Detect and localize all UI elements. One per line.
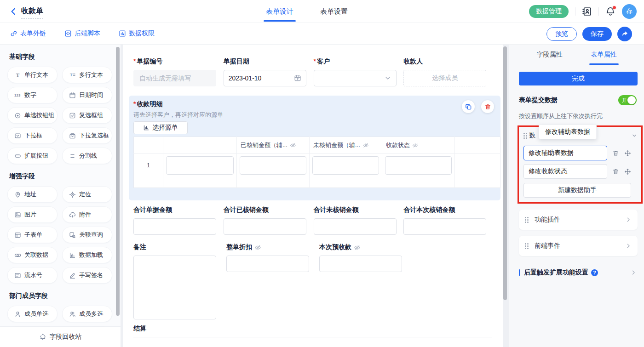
table-cell[interactable]: [237, 154, 310, 188]
field-pill-member-single[interactable]: 成员单选: [7, 306, 58, 322]
field-pill-link-query[interactable]: 关联查询: [62, 227, 112, 243]
cell-input[interactable]: [166, 156, 234, 175]
back-icon[interactable]: [9, 7, 17, 16]
image-icon: [14, 211, 21, 218]
table-cell[interactable]: [382, 154, 455, 188]
tab-form-properties[interactable]: 表单属性: [591, 45, 617, 65]
field-pill-signature[interactable]: 手写签名: [62, 267, 112, 284]
field-pill-image[interactable]: 图片: [7, 206, 58, 223]
canvas-scrollbar[interactable]: [503, 46, 507, 300]
field-pill-subform[interactable]: 子表单: [7, 227, 58, 243]
delete-assistant-icon[interactable]: [612, 168, 619, 175]
total-unsettled-input[interactable]: [314, 218, 397, 235]
field-recycle-bin[interactable]: 字段回收站: [0, 326, 121, 347]
field-settle-divider[interactable]: 结算: [133, 324, 494, 337]
sidebar-scrollbar[interactable]: [116, 47, 120, 316]
customer-select[interactable]: [314, 70, 397, 86]
total-this-settle-input[interactable]: [403, 218, 486, 235]
total-settled-input[interactable]: [224, 218, 306, 235]
move-assistant-icon[interactable]: [624, 168, 631, 175]
field-pill-ext-button[interactable]: 扩展按钮: [7, 148, 58, 164]
post-trigger-settings[interactable]: 后置触发扩展功能设置 ?: [519, 268, 637, 277]
field-pill-single-text[interactable]: T单行文本: [7, 67, 58, 83]
cell-input[interactable]: [312, 156, 379, 175]
field-pill-datetime[interactable]: 日期时间: [62, 87, 112, 103]
drag-handle-icon[interactable]: [525, 243, 526, 249]
prepay-input[interactable]: [319, 256, 402, 272]
field-discount[interactable]: 整单折扣: [226, 243, 319, 319]
field-customer[interactable]: *客户: [314, 57, 404, 86]
submit-data-toggle[interactable]: 开: [618, 95, 637, 105]
col-header-status[interactable]: 收款状态: [382, 137, 455, 154]
field-payee[interactable]: 收款人 选择成员: [403, 57, 494, 86]
assistant-name-input[interactable]: [523, 146, 607, 160]
tab-form-design[interactable]: 表单设计: [266, 0, 293, 23]
table-cell[interactable]: [310, 154, 382, 188]
select-source-button[interactable]: 选择源单: [133, 121, 188, 134]
field-total-settled[interactable]: 合计已核销金额: [224, 206, 314, 235]
duplicate-subform-button[interactable]: [462, 100, 475, 113]
field-pill-data-load[interactable]: 数据加载: [62, 247, 112, 263]
discount-input[interactable]: [226, 256, 309, 272]
move-assistant-icon[interactable]: [624, 150, 631, 157]
total-amount-input[interactable]: [133, 218, 216, 235]
assistant-item: [523, 146, 631, 160]
field-pill-address[interactable]: 地址: [7, 186, 58, 203]
notification-bell-icon[interactable]: [605, 6, 615, 17]
doc-no-input[interactable]: [138, 74, 211, 82]
payee-member-picker[interactable]: 选择成员: [403, 70, 486, 86]
field-pill-attachment[interactable]: 附件: [62, 206, 112, 223]
delete-subform-button[interactable]: [481, 100, 494, 113]
field-pill-member-multi[interactable]: 成员多选: [62, 306, 112, 322]
preview-button[interactable]: 预览: [546, 27, 577, 41]
plugins-card[interactable]: 功能插件: [519, 210, 638, 230]
field-pill-multi-select[interactable]: 下拉复选框: [62, 127, 112, 144]
table-cell[interactable]: [163, 154, 237, 188]
delete-assistant-icon[interactable]: [612, 150, 619, 157]
share-button[interactable]: [617, 27, 632, 41]
remark-textarea[interactable]: [133, 256, 216, 319]
external-link-button[interactable]: 表单外链: [10, 29, 46, 38]
doc-date-input[interactable]: 2023-01-10: [224, 70, 306, 86]
help-question-icon[interactable]: ?: [591, 269, 598, 276]
field-pill-multi-text[interactable]: T多行文本: [62, 67, 112, 83]
tab-form-settings[interactable]: 表单设置: [320, 0, 348, 23]
chevron-down-icon[interactable]: [631, 132, 638, 139]
field-remark[interactable]: 备注: [133, 243, 226, 319]
field-pill-link-data[interactable]: 关联数据: [7, 247, 58, 263]
new-data-assistant-button[interactable]: 新建数据助手: [523, 183, 631, 198]
field-pill-number[interactable]: 123数字: [7, 87, 58, 103]
contacts-book-icon[interactable]: [582, 6, 592, 17]
cell-input[interactable]: [385, 156, 452, 175]
field-pill-location[interactable]: 定位: [62, 186, 112, 203]
field-pill-select[interactable]: 下拉框: [7, 127, 58, 144]
col-header-unsettled[interactable]: 未核销金额（辅...: [310, 137, 382, 154]
field-pill-checkbox-group[interactable]: 复选框组: [62, 107, 112, 124]
field-pill-radio-group[interactable]: 单选按钮组: [7, 107, 58, 124]
cell-input[interactable]: [240, 156, 306, 175]
avatar[interactable]: 存: [622, 4, 637, 19]
frontend-events-card[interactable]: 前端事件: [519, 236, 638, 256]
drag-handle-icon[interactable]: [525, 217, 526, 223]
drag-handle-icon[interactable]: [523, 133, 525, 139]
field-prepay[interactable]: 本次预收款: [319, 243, 412, 319]
field-total-unsettled[interactable]: 合计未核销金额: [314, 206, 404, 235]
tab-field-properties[interactable]: 字段属性: [537, 45, 563, 65]
assistant-name-input[interactable]: [523, 164, 607, 179]
done-button[interactable]: 完成: [519, 72, 638, 85]
subform-section[interactable]: *收款明细 请先选择客户，再选择对应的源单 选择源单 已核销金额（辅... 未核…: [129, 96, 500, 200]
field-pill-serial[interactable]: 流水号: [7, 267, 58, 284]
field-pill-divider[interactable]: 分割线: [62, 148, 112, 164]
link-icon: [10, 30, 17, 37]
eye-off-icon: [254, 244, 261, 251]
save-button[interactable]: 保存: [582, 27, 612, 41]
field-doc-date[interactable]: 单据日期 2023-01-10: [224, 57, 314, 86]
backend-script-button[interactable]: 后端脚本: [64, 29, 100, 38]
col-header-settled[interactable]: 已核销金额（辅...: [237, 137, 310, 154]
data-permission-button[interactable]: 数据权限: [119, 29, 155, 38]
field-total-amount[interactable]: 合计单据金额: [133, 206, 224, 235]
field-total-this-settle[interactable]: 合计本次核销金额: [403, 206, 494, 235]
field-doc-no[interactable]: *单据编号: [133, 57, 224, 86]
data-assistant-header[interactable]: 数 修改辅助表数据: [523, 129, 638, 142]
data-manage-button[interactable]: 数据管理: [529, 5, 569, 18]
